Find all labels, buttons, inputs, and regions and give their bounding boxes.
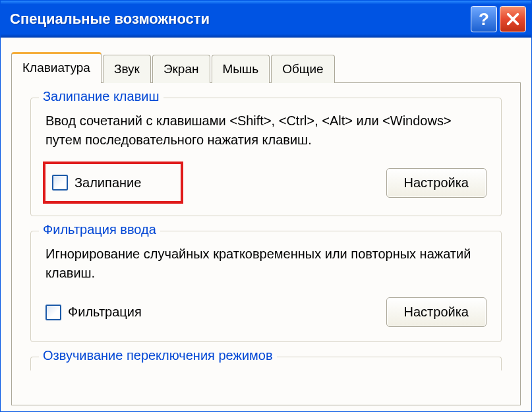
help-button[interactable]: ?: [471, 6, 497, 32]
groupbox-toggle-title: Озвучивание переключения режимов: [39, 348, 277, 363]
groupbox-filter-keys: Фильтрация ввода Игнорирование случайных…: [30, 231, 502, 342]
sticky-settings-button[interactable]: Настройка: [386, 168, 487, 198]
filter-checkbox-wrap[interactable]: Фильтрация: [45, 305, 142, 320]
window-title: Специальные возможности: [10, 11, 210, 28]
filter-description: Игнорирование случайных кратковременных …: [45, 245, 487, 283]
tab-panel-keyboard: Залипание клавиш Ввод сочетаний с клавиш…: [11, 82, 521, 405]
accessibility-dialog: Специальные возможности ? Клавиатура Зву…: [0, 0, 532, 412]
sticky-checkbox-label: Залипание: [74, 175, 141, 191]
dialog-content: Клавиатура Звук Экран Мышь Общие Залипан…: [1, 38, 531, 411]
tab-mouse[interactable]: Мышь: [212, 55, 270, 83]
titlebar: Специальные возможности ?: [1, 1, 531, 38]
sticky-checkbox[interactable]: [52, 175, 68, 191]
tab-keyboard[interactable]: Клавиатура: [11, 52, 102, 83]
filter-checkbox-label: Фильтрация: [68, 305, 142, 320]
titlebar-buttons: ?: [471, 6, 526, 32]
sticky-row: Залипание Настройка: [45, 164, 487, 201]
groupbox-sticky-keys: Залипание клавиш Ввод сочетаний с клавиш…: [30, 98, 502, 216]
help-icon: ?: [479, 9, 489, 30]
tab-general[interactable]: Общие: [271, 55, 334, 83]
tab-strip: Клавиатура Звук Экран Мышь Общие: [11, 52, 521, 83]
sticky-checkbox-wrap[interactable]: Залипание: [45, 164, 181, 201]
close-button[interactable]: [500, 6, 526, 32]
filter-row: Фильтрация Настройка: [45, 297, 487, 327]
filter-checkbox[interactable]: [45, 305, 61, 320]
groupbox-filter-title: Фильтрация ввода: [39, 222, 160, 237]
groupbox-toggle-keys: Озвучивание переключения режимов: [30, 357, 502, 370]
sticky-description: Ввод сочетаний с клавишами <Shift>, <Ctr…: [45, 111, 487, 150]
tab-display[interactable]: Экран: [152, 55, 210, 83]
tab-sound[interactable]: Звук: [103, 55, 151, 83]
close-icon: [506, 12, 520, 26]
filter-settings-button[interactable]: Настройка: [386, 297, 487, 327]
groupbox-sticky-title: Залипание клавиш: [39, 89, 163, 104]
